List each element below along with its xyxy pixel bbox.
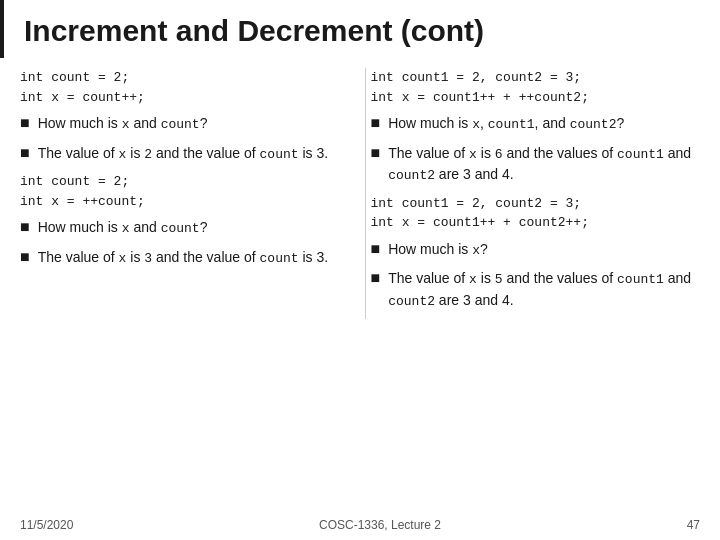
left-bullet-4-text: The value of x is 3 and the value of cou… — [38, 247, 328, 269]
right-bullet-icon-3: ■ — [371, 240, 381, 258]
right-bullet-2: ■ The value of x is 6 and the values of … — [371, 143, 701, 186]
slide-title: Increment and Decrement (cont) — [24, 14, 484, 47]
right-code2-line-2: int x = count1++ + count2++; — [371, 213, 701, 233]
right-bullet-1: ■ How much is x, count1, and count2? — [371, 113, 701, 135]
right-bullet-4: ■ The value of x is 5 and the values of … — [371, 268, 701, 311]
left-code-line-2: int x = count++; — [20, 88, 350, 108]
right-bullet-3-text: How much is x? — [388, 239, 488, 261]
right-bullet-icon-1: ■ — [371, 114, 381, 132]
left-code-block-1: int count = 2; int x = count++; — [20, 68, 350, 107]
right-bullet-icon-2: ■ — [371, 144, 381, 162]
right-code-line-1: int count1 = 2, count2 = 3; — [371, 68, 701, 88]
left-code2-line-2: int x = ++count; — [20, 192, 350, 212]
right-code2-line-1: int count1 = 2, count2 = 3; — [371, 194, 701, 214]
left-code-line-1: int count = 2; — [20, 68, 350, 88]
footer-date: 11/5/2020 — [20, 518, 73, 532]
left-column: int count = 2; int x = count++; ■ How mu… — [20, 68, 355, 319]
left-bullet-1-text: How much is x and count? — [38, 113, 208, 135]
right-bullet-2-text: The value of x is 6 and the values of co… — [388, 143, 700, 186]
left-bullet-1: ■ How much is x and count? — [20, 113, 350, 135]
bullet-icon-4: ■ — [20, 248, 30, 266]
right-code-line-2: int x = count1++ + ++count2; — [371, 88, 701, 108]
bullet-icon-1: ■ — [20, 114, 30, 132]
right-bullet-1-text: How much is x, count1, and count2? — [388, 113, 624, 135]
left-code2-line-1: int count = 2; — [20, 172, 350, 192]
right-bullet-4-text: The value of x is 5 and the values of co… — [388, 268, 700, 311]
left-bullet-2-text: The value of x is 2 and the value of cou… — [38, 143, 328, 165]
footer-page: 47 — [687, 518, 700, 532]
left-bullet-2: ■ The value of x is 2 and the value of c… — [20, 143, 350, 165]
content-area: int count = 2; int x = count++; ■ How mu… — [0, 68, 720, 319]
bullet-icon-3: ■ — [20, 218, 30, 236]
right-code-block-1: int count1 = 2, count2 = 3; int x = coun… — [371, 68, 701, 107]
right-bullet-3: ■ How much is x? — [371, 239, 701, 261]
right-bullet-icon-4: ■ — [371, 269, 381, 287]
title-bar: Increment and Decrement (cont) — [0, 0, 720, 58]
left-bullet-4: ■ The value of x is 3 and the value of c… — [20, 247, 350, 269]
footer-course: COSC-1336, Lecture 2 — [319, 518, 441, 532]
slide-footer: 11/5/2020 COSC-1336, Lecture 2 47 — [20, 518, 700, 532]
right-code-block-2: int count1 = 2, count2 = 3; int x = coun… — [371, 194, 701, 233]
bullet-icon-2: ■ — [20, 144, 30, 162]
right-column: int count1 = 2, count2 = 3; int x = coun… — [365, 68, 701, 319]
left-bullet-3-text: How much is x and count? — [38, 217, 208, 239]
slide: Increment and Decrement (cont) int count… — [0, 0, 720, 540]
left-bullet-3: ■ How much is x and count? — [20, 217, 350, 239]
left-code-block-2: int count = 2; int x = ++count; — [20, 172, 350, 211]
